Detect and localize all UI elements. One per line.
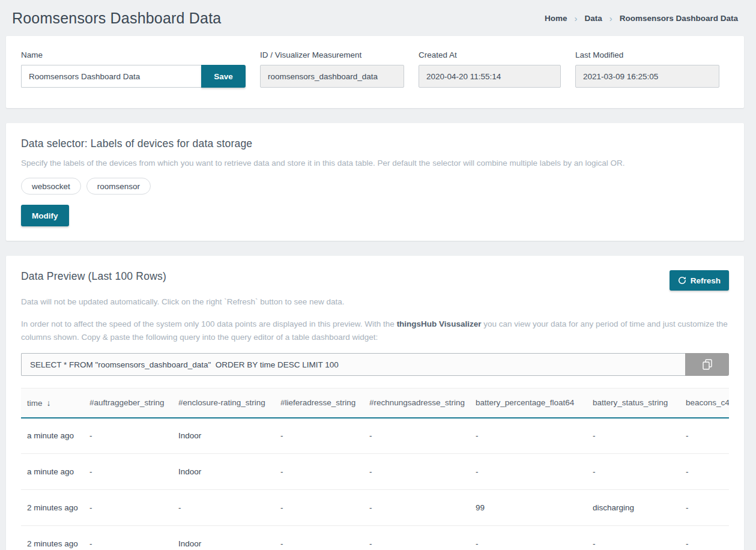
table-cell: - [363,490,470,526]
breadcrumb-item[interactable]: Home [545,14,567,23]
column-header-enclosure-rating-string[interactable]: #enclosure-rating_string [172,388,274,418]
refresh-label: Refresh [691,276,721,285]
name-input-group: Save [21,65,246,88]
table-row: 2 minutes ago----99discharging- [21,490,729,526]
table-cell: - [680,490,729,526]
table-cell: Indoor [172,526,274,550]
column-label: #auftraggeber_string [89,398,165,407]
details-row: Name Save ID / Visualizer Measurement ro… [21,50,729,94]
table-cell: - [587,418,680,454]
modify-button[interactable]: Modify [21,205,69,226]
table-cell: a minute ago [21,454,83,490]
device-label-pill: roomsensor [86,178,151,195]
table-cell: Indoor [172,418,274,454]
table-cell: - [363,418,470,454]
table-cell: 2 minutes ago [21,526,83,550]
column-header-rechnungsadresse-string[interactable]: #rechnungsadresse_string [363,388,470,418]
table-cell: - [172,490,274,526]
breadcrumb-separator-icon: › [574,13,577,23]
table-cell: - [274,490,363,526]
column-label: time [27,399,43,408]
table-cell: Indoor [172,454,274,490]
table-cell: - [680,418,729,454]
preview-description-prefix: In order not to affect the speed of the … [21,319,397,328]
breadcrumb-item: Roomsensors Dashboard Data [620,14,738,23]
preview-note: Data will not be updated automatically. … [21,295,729,309]
table-row: a minute ago-Indoor----- [21,418,729,454]
column-header-auftraggeber-string[interactable]: #auftraggeber_string [83,388,172,418]
created-at-field-group: Created At 2020-04-20 11:55:14 [419,50,561,88]
copy-query-button[interactable] [685,353,729,376]
table-cell: - [83,418,172,454]
visualizer-highlight: thingsHub Visusalizer [397,319,482,328]
table-cell: - [470,418,587,454]
column-header-beacons-c41[interactable]: beacons_c41 [680,388,729,418]
table-cell: discharging [587,490,680,526]
column-label: battery_percentage_float64 [476,398,574,407]
last-modified-field-group: Last Modified 2021-03-09 16:25:05 [575,50,719,88]
id-label: ID / Visualizer Measurement [260,50,404,59]
name-input[interactable] [21,65,201,88]
table-cell: - [83,454,172,490]
column-header-battery-percentage-float64[interactable]: battery_percentage_float64 [470,388,587,418]
table-cell: - [274,454,363,490]
preview-table-container: time↓#auftraggeber_string#enclosure-rati… [21,388,729,550]
breadcrumb-item[interactable]: Data [584,14,602,23]
details-card: Name Save ID / Visualizer Measurement ro… [6,36,744,108]
table-row: 2 minutes ago-Indoor----- [21,526,729,550]
column-header-battery-status-string[interactable]: battery_status_string [587,388,680,418]
name-field-group: Name Save [21,50,246,88]
table-cell: - [587,526,680,550]
column-label: battery_status_string [593,398,668,407]
table-cell: - [274,418,363,454]
created-at-value: 2020-04-20 11:55:14 [419,65,561,88]
save-button[interactable]: Save [201,65,246,88]
last-modified-label: Last Modified [575,50,719,59]
page-title: Roomsensors Dashboard Data [12,10,221,27]
data-preview-card: Data Preview (Last 100 Rows) Refresh Dat… [6,256,744,550]
sort-desc-icon: ↓ [47,398,51,408]
preview-table: time↓#auftraggeber_string#enclosure-rati… [21,388,729,550]
preview-header: Data Preview (Last 100 Rows) Refresh [21,270,729,291]
table-cell: 2 minutes ago [21,490,83,526]
page-header: Roomsensors Dashboard Data Home›Data›Roo… [0,0,756,36]
table-cell: - [587,454,680,490]
table-cell: - [363,526,470,550]
column-label: #lieferadresse_string [280,398,355,407]
column-header-time[interactable]: time↓ [21,388,83,418]
breadcrumb-separator-icon: › [609,13,612,23]
column-label: #rechnungsadresse_string [369,398,465,407]
data-preview-title: Data Preview (Last 100 Rows) [21,270,166,283]
id-value: roomsensors_dashboard_data [260,65,404,88]
table-cell: a minute ago [21,418,83,454]
device-label-pill: websocket [21,178,81,195]
table-cell: - [680,454,729,490]
table-row: a minute ago-Indoor----- [21,454,729,490]
copy-icon [703,359,712,370]
table-cell: - [83,490,172,526]
query-row: SELECT * FROM "roomsensors_dashboard_dat… [21,353,729,376]
column-label: #enclosure-rating_string [178,398,265,407]
refresh-button[interactable]: Refresh [670,270,729,291]
table-cell: - [274,526,363,550]
query-text[interactable]: SELECT * FROM "roomsensors_dashboard_dat… [21,353,685,376]
last-modified-value: 2021-03-09 16:25:05 [575,65,719,88]
refresh-icon [678,276,686,285]
name-label: Name [21,50,246,59]
data-selector-title: Data selector: Labels of devices for dat… [21,138,252,150]
created-at-label: Created At [419,50,561,59]
column-label: beacons_c41 [686,398,729,407]
data-selector-card: Data selector: Labels of devices for dat… [6,123,744,241]
preview-description: In order not to affect the speed of the … [21,318,729,345]
table-cell: - [470,526,587,550]
table-cell: - [363,454,470,490]
id-field-group: ID / Visualizer Measurement roomsensors_… [260,50,404,88]
data-selector-description: Specify the labels of the devices from w… [21,157,625,170]
breadcrumb: Home›Data›Roomsensors Dashboard Data [545,13,738,23]
column-header-lieferadresse-string[interactable]: #lieferadresse_string [274,388,363,418]
table-cell: - [680,526,729,550]
table-cell: - [83,526,172,550]
table-header-row: time↓#auftraggeber_string#enclosure-rati… [21,388,729,418]
device-labels: websocketroomsensor [21,178,151,195]
table-cell: 99 [470,490,587,526]
